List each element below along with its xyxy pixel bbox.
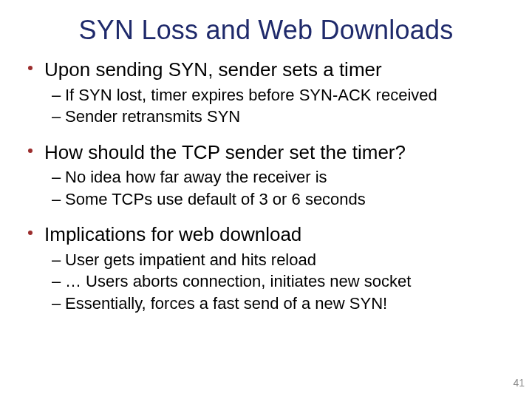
dash-icon: – xyxy=(52,189,61,210)
bullet-1: Upon sending SYN, sender sets a timer xyxy=(22,58,510,82)
bullet-1-text: Upon sending SYN, sender sets a timer xyxy=(44,58,382,81)
bullet-3: Implications for web download xyxy=(22,222,510,247)
bullet-3-sub-2-text: … Users aborts connection, initiates new… xyxy=(65,272,411,290)
bullet-2-sub-1-text: No idea how far away the receiver is xyxy=(65,168,327,186)
bullet-2: How should the TCP sender set the timer? xyxy=(22,140,510,165)
bullet-1-sub-1-text: If SYN lost, timer expires before SYN-AC… xyxy=(65,86,437,104)
bullet-3-sub-2: – … Users aborts connection, initiates n… xyxy=(22,271,510,292)
bullet-2-text: How should the TCP sender set the timer? xyxy=(44,141,406,163)
dash-icon: – xyxy=(52,167,61,188)
slide-title: SYN Loss and Web Downloads xyxy=(22,15,510,46)
bullet-2-sub-2-text: Some TCPs use default of 3 or 6 seconds xyxy=(65,190,366,208)
bullet-dot-icon xyxy=(28,231,33,235)
slide: SYN Loss and Web Downloads Upon sending … xyxy=(0,0,532,399)
page-number: 41 xyxy=(513,377,525,389)
bullet-3-sub-1-text: User gets impatient and hits reload xyxy=(65,250,316,269)
bullet-2-sub-1: – No idea how far away the receiver is xyxy=(22,167,510,188)
bullet-1-sub-1: – If SYN lost, timer expires before SYN-… xyxy=(22,85,510,106)
dash-icon: – xyxy=(52,106,61,127)
bullet-1-sub-2-text: Sender retransmits SYN xyxy=(65,107,240,126)
dash-icon: – xyxy=(52,293,61,314)
dash-icon: – xyxy=(52,85,61,106)
bullet-3-sub-3: – Essentially, forces a fast send of a n… xyxy=(22,293,510,314)
bullet-dot-icon xyxy=(28,149,33,153)
bullet-3-text: Implications for web download xyxy=(44,223,301,245)
spacer xyxy=(22,211,510,218)
bullet-2-sub-2: – Some TCPs use default of 3 or 6 second… xyxy=(22,189,510,210)
bullet-1-sub-2: – Sender retransmits SYN xyxy=(22,106,510,127)
bullet-dot-icon xyxy=(28,66,33,70)
spacer xyxy=(22,129,510,136)
bullet-3-sub-1: – User gets impatient and hits reload xyxy=(22,250,510,270)
dash-icon: – xyxy=(52,271,61,292)
dash-icon: – xyxy=(52,250,61,270)
bullet-3-sub-3-text: Essentially, forces a fast send of a new… xyxy=(65,294,387,313)
